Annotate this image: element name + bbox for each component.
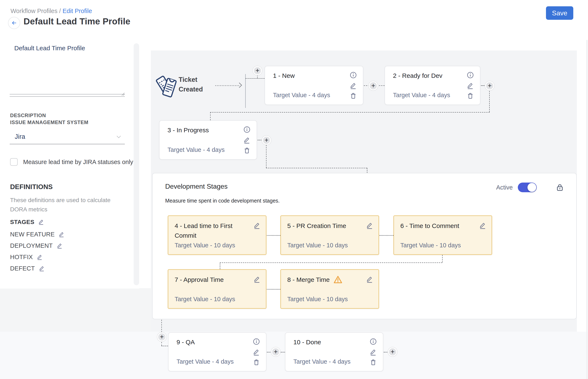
hotfix-label: HOTFIX (10, 254, 33, 261)
info-icon[interactable] (467, 71, 474, 79)
info-icon[interactable] (253, 338, 260, 345)
connector (384, 352, 388, 352)
new-feature-label: NEW FEATURE (10, 231, 55, 238)
trash-icon[interactable] (369, 358, 377, 366)
dev-stage-card-7-approval-time[interactable]: 7 - Approval Time Target Value - 10 days (168, 269, 267, 309)
edit-pencil-icon[interactable] (479, 222, 486, 229)
trash-icon[interactable] (349, 92, 357, 99)
entry-junction-line (245, 74, 246, 108)
page-background-lower-left (0, 288, 151, 332)
edit-pencil-icon[interactable] (366, 276, 374, 283)
stage-card-title: 9 - QA (177, 339, 195, 346)
connector (267, 235, 280, 236)
deployment-label: DEPLOYMENT (10, 242, 53, 249)
info-icon[interactable] (349, 71, 357, 79)
ims-select-underline (10, 144, 125, 144)
stage-card-2-ready-for-dev[interactable]: 2 - Ready for Dev Target Value - 4 days (385, 66, 480, 105)
profile-settings-sidebar: DESCRIPTION ISSUE MANAGEMENT SYSTEM Jira… (0, 40, 139, 289)
back-button[interactable] (8, 17, 20, 29)
edit-pencil-icon[interactable] (467, 82, 474, 90)
breadcrumb-current[interactable]: Edit Profile (63, 8, 92, 14)
dev-stage-card-4-lead-time-to-first-commit[interactable]: 4 - Lead time to First Commit Target Val… (168, 215, 267, 255)
sidebar-item-deployment[interactable]: DEPLOYMENT (10, 242, 63, 249)
connector (220, 263, 442, 263)
connector (210, 112, 490, 112)
sidebar-item-defect[interactable]: DEFECT (10, 265, 45, 272)
stage-card-9-qa[interactable]: 9 - QA Target Value - 4 days (168, 332, 267, 371)
trash-icon[interactable] (467, 92, 474, 99)
connector (257, 75, 258, 78)
edit-pencil-icon[interactable] (253, 348, 260, 356)
plus-icon: + (256, 67, 259, 74)
connector (281, 352, 285, 352)
profile-name-input[interactable] (14, 45, 121, 52)
edit-pencil-icon[interactable] (369, 348, 377, 356)
edit-pencil-icon[interactable] (57, 243, 63, 249)
info-icon[interactable] (369, 338, 377, 345)
sidebar-scrollbar[interactable] (134, 43, 139, 285)
stage-card-3-in-progress[interactable]: 3 - In Progress Target Value - 4 days (159, 120, 257, 160)
sidebar-item-new-feature[interactable]: NEW FEATURE (10, 231, 65, 238)
add-stage-button[interactable]: + (262, 136, 271, 145)
edit-pencil-icon[interactable] (243, 137, 251, 144)
active-toggle-label: Active (496, 184, 513, 191)
add-stage-button[interactable]: + (485, 81, 494, 90)
dev-card-header: 6 - Time to Comment (400, 221, 486, 231)
edit-pencil-icon[interactable] (59, 231, 65, 238)
dev-panel-controls: Active (496, 183, 564, 192)
info-icon[interactable] (243, 126, 251, 133)
lock-icon[interactable] (555, 183, 564, 192)
add-stage-button[interactable]: + (388, 347, 397, 357)
stage-card-1-new[interactable]: 1 - New Target Value - 4 days (265, 66, 363, 105)
stage-card-10-done[interactable]: 10 - Done Target Value - 4 days (285, 332, 383, 371)
chevron-down-icon[interactable] (115, 133, 122, 141)
arrowhead-icon (237, 82, 242, 88)
dev-panel-title: Development Stages (165, 183, 227, 190)
trash-icon[interactable] (253, 358, 260, 366)
back-arrow-icon (11, 20, 17, 26)
add-stage-button[interactable]: + (369, 81, 378, 90)
dev-stage-card-5-pr-creation-time[interactable]: 5 - PR Creation Time Target Value - 10 d… (280, 215, 379, 255)
add-stage-button[interactable]: + (253, 66, 262, 75)
connector (161, 320, 162, 332)
dev-card-title: 4 - Lead time to First Commit (175, 221, 253, 240)
sidebar-item-stages[interactable]: STAGES (10, 219, 44, 225)
edit-pencil-icon[interactable] (37, 254, 43, 260)
plus-icon: + (160, 333, 164, 340)
stages-label: STAGES (10, 219, 34, 225)
ticket-icon (155, 72, 177, 102)
ims-select[interactable]: Jira (15, 133, 25, 141)
workflow-canvas: Ticket Created + 1 - New Target Value - … (151, 50, 588, 379)
breadcrumb: Workflow Profiles / Edit Profile (11, 8, 92, 15)
plus-icon: + (274, 348, 278, 355)
edit-pencil-icon[interactable] (366, 222, 374, 229)
trash-icon[interactable] (243, 147, 251, 154)
dev-card-title: 6 - Time to Comment (400, 221, 479, 231)
stage-card-title: 3 - In Progress (167, 126, 209, 134)
edit-pencil-icon[interactable] (253, 222, 261, 229)
add-stage-button[interactable]: + (157, 332, 166, 342)
edit-pencil-icon[interactable] (349, 82, 357, 90)
add-stage-button[interactable]: + (271, 347, 280, 357)
edit-pencil-icon[interactable] (38, 219, 44, 225)
warning-icon (333, 275, 343, 284)
jira-statuses-checkbox[interactable] (10, 158, 18, 166)
stage-card-target: Target Value - 4 days (273, 92, 330, 99)
dev-stage-card-8-merge-time[interactable]: 8 - Merge Time Target Value - 10 days (280, 269, 379, 309)
resize-handle-icon[interactable] (120, 91, 125, 96)
active-toggle[interactable] (518, 183, 537, 192)
edit-pencil-icon[interactable] (39, 266, 45, 272)
sidebar-item-hotfix[interactable]: HOTFIX (10, 254, 43, 261)
breadcrumb-root[interactable]: Workflow Profiles (11, 8, 57, 14)
connector (489, 91, 490, 112)
edit-pencil-icon[interactable] (253, 276, 261, 283)
stage-card-title: 2 - Ready for Dev (393, 72, 442, 79)
dev-card-target: Target Value - 10 days (287, 242, 348, 249)
dev-stage-card-6-time-to-comment[interactable]: 6 - Time to Comment Target Value - 10 da… (393, 215, 492, 255)
description-textarea[interactable] (10, 80, 125, 97)
connector (442, 255, 443, 263)
definitions-title: DEFINITIONS (10, 183, 53, 191)
save-button[interactable]: Save (546, 6, 573, 20)
dev-card-header: 5 - PR Creation Time (287, 221, 374, 231)
plus-icon: + (488, 82, 492, 89)
